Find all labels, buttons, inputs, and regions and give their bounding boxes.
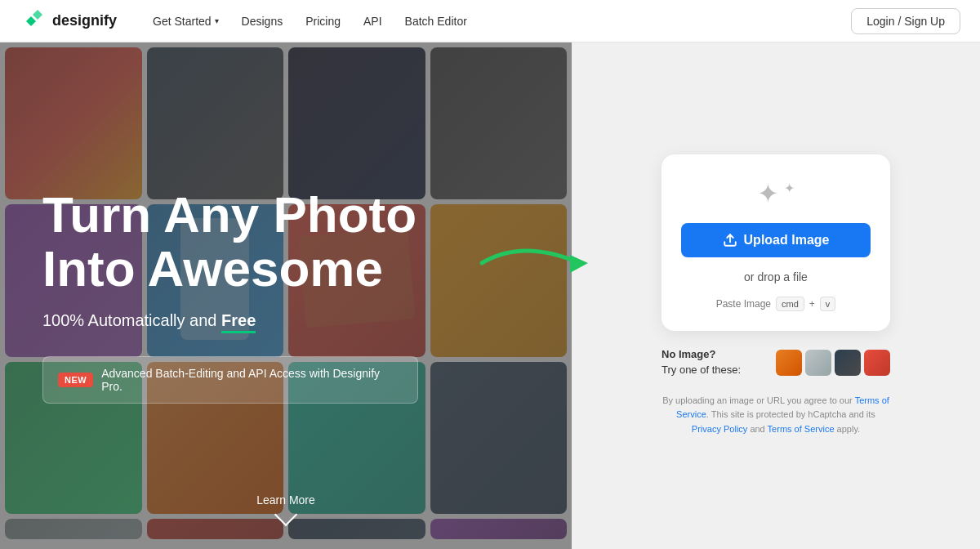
- upload-card: ✦ ✦ Upload Image or drop a file Paste Im…: [662, 154, 890, 331]
- new-badge: NEW: [58, 373, 93, 387]
- legal-text: By uploading an image or URL you agree t…: [662, 394, 890, 437]
- hero-content: Turn Any Photo Into Awesome 100% Automat…: [0, 42, 572, 549]
- hero-left: Turn Any Photo Into Awesome 100% Automat…: [0, 42, 572, 549]
- upload-button[interactable]: Upload Image: [681, 223, 871, 257]
- sample-thumb-4[interactable]: [864, 350, 890, 376]
- terms-of-service-link[interactable]: Terms of Service: [676, 395, 889, 420]
- hero-right: ✦ ✦ Upload Image or drop a file Paste Im…: [572, 42, 980, 549]
- nav-links: Get Started ▾ Designs Pricing API Batch …: [143, 10, 851, 33]
- hero-title: Turn Any Photo Into Awesome: [42, 188, 529, 294]
- terms-link-2[interactable]: Terms of Service: [768, 424, 835, 434]
- hero-banner: NEW Advanced Batch-Editing and API Acces…: [42, 356, 418, 404]
- privacy-policy-link[interactable]: Privacy Policy: [692, 424, 747, 434]
- sparkle-small-icon: ✦: [784, 182, 795, 195]
- cmd-key: cmd: [776, 297, 804, 311]
- logo[interactable]: designify: [20, 8, 117, 34]
- hero-subtitle: 100% Automatically and Free: [42, 311, 529, 330]
- drop-text: or drop a file: [744, 270, 808, 283]
- hero-bottom: Learn More: [0, 493, 572, 523]
- nav-get-started[interactable]: Get Started ▾: [143, 10, 229, 33]
- nav-batch-editor[interactable]: Batch Editor: [395, 10, 477, 33]
- nav-pricing[interactable]: Pricing: [296, 10, 350, 33]
- nav-designs[interactable]: Designs: [232, 10, 293, 33]
- chevron-down-icon[interactable]: [274, 503, 297, 526]
- navbar: designify Get Started ▾ Designs Pricing …: [0, 0, 980, 42]
- chevron-down-icon: ▾: [215, 16, 219, 25]
- v-key: v: [820, 297, 836, 311]
- nav-api[interactable]: API: [354, 10, 392, 33]
- sample-thumb-2[interactable]: [805, 350, 831, 376]
- upload-icon: [723, 233, 737, 248]
- sample-thumb-3[interactable]: [835, 350, 861, 376]
- paste-row: Paste Image cmd + v: [716, 297, 836, 311]
- sparkle-big-icon: ✦: [757, 181, 779, 207]
- sample-thumb-1[interactable]: [776, 350, 802, 376]
- main-layout: Turn Any Photo Into Awesome 100% Automat…: [0, 0, 980, 549]
- logo-text: designify: [52, 12, 117, 29]
- sparkles-icon: ✦ ✦: [757, 181, 795, 207]
- login-button[interactable]: Login / Sign Up: [851, 8, 960, 34]
- no-image-row: No Image? Try one of these:: [662, 347, 890, 377]
- sample-thumbs: [776, 350, 890, 376]
- no-image-label: No Image? Try one of these:: [662, 347, 768, 377]
- hero-banner-text: Advanced Batch-Editing and API Access wi…: [101, 367, 403, 393]
